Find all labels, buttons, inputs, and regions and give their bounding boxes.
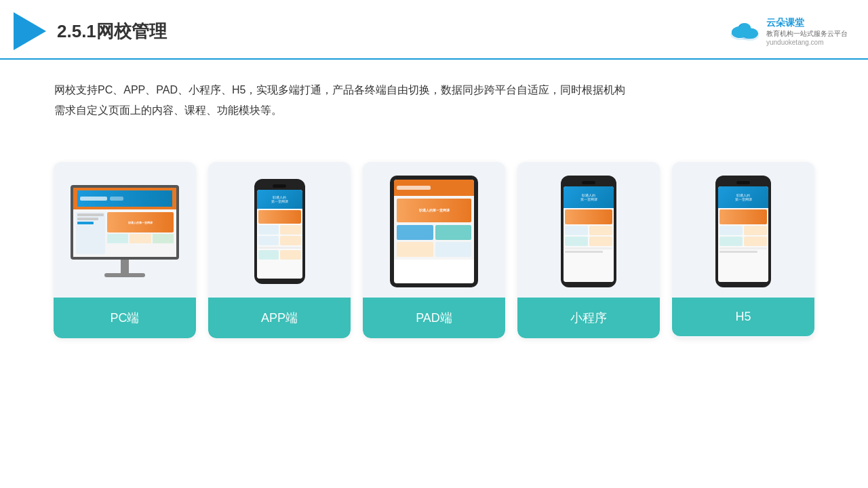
card-app: 职通人的第一堂网课 (208, 162, 351, 338)
card-app-image: 职通人的第一堂网课 (208, 162, 351, 298)
card-miniapp-label: 小程序 (517, 298, 660, 338)
app-phone-icon: 职通人的第一堂网课 (254, 179, 305, 284)
svg-point-10 (740, 23, 751, 33)
card-pad-label: PAD端 (363, 298, 505, 338)
logo-url: yunduoketang.com (766, 39, 848, 46)
card-pc: 职通人的第一堂网课 (54, 162, 196, 338)
header-right: 云朵课堂 教育机构一站式服务云平台 yunduoketang.com (728, 17, 848, 46)
card-miniapp-image: 职通人的第一堂网课 (517, 162, 660, 298)
logo-triangle-icon (14, 12, 46, 50)
card-pc-label: PC端 (54, 298, 196, 338)
description: 网校支持PC、APP、PAD、小程序、H5，实现多端打通，产品各终端自由切换，数… (0, 60, 868, 135)
pc-monitor-icon: 职通人的第一堂网课 (71, 185, 179, 277)
header: 2.5.1网校管理 云朵课堂 教育机构一站式服务云平台 (0, 0, 868, 60)
logo-text-area: 云朵课堂 教育机构一站式服务云平台 yunduoketang.com (766, 17, 848, 46)
cloud-icon (728, 21, 762, 41)
card-h5: 职通人的第一堂网课 (672, 162, 814, 338)
description-line2: 需求自定义页面上的内容、课程、功能模块等。 (54, 100, 814, 121)
cards-container: 职通人的第一堂网课 (0, 142, 868, 359)
logo-brand: 云朵课堂 (766, 17, 848, 29)
card-app-label: APP端 (208, 298, 351, 338)
card-pad-image: 职通人的第一堂网课 (363, 162, 505, 298)
logo-tagline: 教育机构一站式服务云平台 (766, 29, 848, 39)
cloud-logo: 云朵课堂 教育机构一站式服务云平台 yunduoketang.com (728, 17, 848, 46)
card-pc-image: 职通人的第一堂网课 (54, 162, 196, 298)
page-title: 2.5.1网校管理 (57, 20, 167, 43)
miniapp-phone-icon: 职通人的第一堂网课 (561, 176, 616, 287)
description-line1: 网校支持PC、APP、PAD、小程序、H5，实现多端打通，产品各终端自由切换，数… (54, 80, 814, 100)
card-miniapp: 职通人的第一堂网课 (517, 162, 660, 338)
header-left: 2.5.1网校管理 (14, 12, 167, 50)
h5-phone-icon: 职通人的第一堂网课 (715, 176, 771, 287)
card-h5-label: H5 (672, 298, 814, 336)
card-pad: 职通人的第一堂网课 PAD端 (363, 162, 505, 338)
card-h5-image: 职通人的第一堂网课 (672, 162, 814, 298)
pad-tablet-icon: 职通人的第一堂网课 (390, 176, 478, 287)
